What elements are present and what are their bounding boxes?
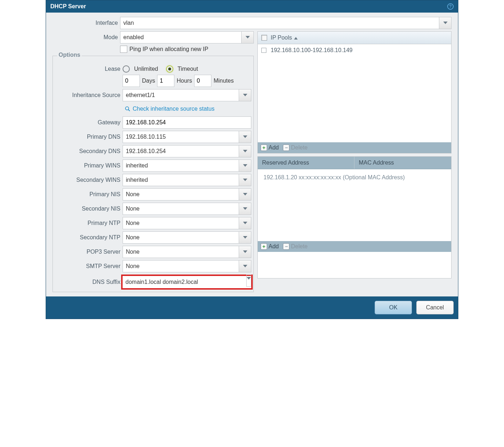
svg-line-4 (128, 110, 130, 111)
gateway-input[interactable] (123, 116, 251, 129)
secondary-ntp-value: None (123, 234, 239, 241)
primary-ntp-combo[interactable]: None (123, 217, 251, 229)
svg-marker-15 (247, 277, 251, 280)
ip-pools-panel: IP Pools 192.168.10.100-192.168.10.149 (257, 31, 452, 153)
mac-address-col[interactable]: MAC Address (354, 157, 451, 169)
secondary-wins-combo[interactable]: inherited (123, 174, 251, 186)
lease-timeout-radio[interactable] (166, 65, 173, 73)
lease-unlimited-radio[interactable] (123, 65, 130, 73)
ip-pool-value: 192.168.10.100-192.168.10.149 (271, 47, 353, 54)
reserved-add-button[interactable]: + Add (261, 243, 279, 250)
pop3-combo[interactable]: None (123, 246, 251, 258)
secondary-wins-label: Secondary WINS (55, 177, 123, 183)
smtp-value: None (123, 263, 239, 269)
primary-nis-combo[interactable]: None (123, 188, 251, 201)
delete-label: Delete (291, 243, 307, 250)
ip-pools-delete-button[interactable]: − Delete (283, 144, 307, 151)
chevron-down-icon[interactable] (241, 32, 253, 43)
ip-pool-row[interactable]: 192.168.10.100-192.168.10.149 (258, 44, 451, 56)
primary-nis-value: None (123, 191, 239, 198)
ping-ip-checkbox[interactable] (120, 46, 127, 53)
chevron-down-icon[interactable] (246, 275, 251, 287)
svg-marker-10 (243, 207, 247, 210)
primary-ntp-label: Primary NTP (55, 220, 123, 226)
options-fieldset: Options Lease Unlimited Timeout (52, 56, 254, 292)
reserved-address-col[interactable]: Reserved Address (258, 157, 354, 169)
ip-pools-body: 192.168.10.100-192.168.10.149 (258, 44, 451, 142)
dns-suffix-combo[interactable]: domain1.local domain2.local (123, 276, 251, 288)
chevron-down-icon[interactable] (239, 131, 251, 143)
chevron-down-icon[interactable] (439, 17, 451, 29)
chevron-down-icon[interactable] (239, 89, 251, 101)
minus-icon: − (283, 243, 289, 250)
check-inheritance-text: Check inheritance source status (133, 106, 215, 112)
inheritance-source-combo[interactable]: ethernet1/1 (123, 89, 251, 101)
plus-icon: + (261, 144, 267, 151)
chevron-down-icon[interactable] (239, 203, 251, 215)
reserved-panel: Reserved Address MAC Address 192.168.1.2… (257, 156, 452, 278)
lease-unlimited-label: Unlimited (134, 66, 158, 72)
reserved-placeholder: 192.168.1.20 xx:xx:xx:xx:xx:xx (Optional… (264, 174, 405, 180)
secondary-dns-label: Secondary DNS (55, 148, 123, 155)
ok-label: OK (389, 304, 397, 311)
chevron-down-icon[interactable] (239, 261, 251, 272)
check-inheritance-link[interactable]: Check inheritance source status (55, 103, 251, 116)
secondary-nis-combo[interactable]: None (123, 203, 251, 215)
sort-ascending-icon (294, 34, 298, 41)
primary-wins-label: Primary WINS (55, 162, 123, 169)
primary-nis-label: Primary NIS (55, 191, 123, 198)
chevron-down-icon[interactable] (239, 160, 251, 171)
chevron-down-icon[interactable] (239, 146, 251, 157)
svg-marker-12 (243, 236, 247, 239)
lease-days-input[interactable] (123, 75, 140, 87)
dns-suffix-highlight: domain1.local domain2.local (121, 275, 253, 290)
secondary-nis-label: Secondary NIS (55, 206, 123, 212)
interface-label: Interface (52, 20, 120, 26)
secondary-dns-value: 192.168.10.254 (123, 148, 239, 155)
ip-pools-header[interactable]: IP Pools (258, 32, 451, 44)
mode-label: Mode (52, 34, 120, 41)
ip-pools-header-checkbox[interactable] (261, 35, 267, 41)
add-label: Add (269, 243, 279, 250)
cancel-label: Cancel (426, 304, 444, 311)
magnifier-icon (125, 106, 130, 112)
chevron-down-icon[interactable] (239, 174, 251, 186)
svg-marker-5 (243, 135, 247, 138)
minus-icon: − (283, 144, 289, 151)
right-column: IP Pools 192.168.10.100-192.168.10.149 (257, 31, 452, 292)
ip-pool-row-checkbox[interactable] (261, 48, 266, 53)
reserved-delete-button[interactable]: − Delete (283, 243, 307, 250)
svg-marker-7 (243, 164, 247, 167)
help-icon[interactable]: ? (447, 3, 454, 10)
chevron-down-icon[interactable] (239, 189, 251, 200)
svg-marker-8 (243, 179, 247, 181)
primary-wins-combo[interactable]: inherited (123, 160, 251, 172)
ok-button[interactable]: OK (375, 301, 412, 314)
primary-dns-combo[interactable]: 192.168.10.115 (123, 131, 251, 143)
mode-combo[interactable]: enabled (120, 31, 254, 43)
secondary-dns-combo[interactable]: 192.168.10.254 (123, 145, 251, 157)
svg-marker-11 (243, 222, 247, 224)
svg-marker-1 (246, 36, 250, 38)
lease-minutes-input[interactable] (194, 75, 211, 87)
svg-marker-2 (243, 94, 247, 96)
minutes-label: Minutes (214, 78, 234, 84)
lease-hours-input[interactable] (157, 75, 174, 87)
delete-label: Delete (291, 144, 307, 151)
chevron-down-icon[interactable] (239, 217, 251, 229)
ping-ip-label: Ping IP when allocating new IP (129, 46, 208, 52)
secondary-wins-value: inherited (123, 177, 239, 183)
cancel-button[interactable]: Cancel (416, 301, 454, 314)
smtp-label: SMTP Server (55, 263, 123, 269)
interface-combo[interactable]: vlan (120, 17, 452, 29)
chevron-down-icon[interactable] (239, 246, 251, 258)
ip-pools-add-button[interactable]: + Add (261, 144, 279, 151)
smtp-combo[interactable]: None (123, 260, 251, 272)
dialog-body: Interface vlan Mode enabled (46, 13, 458, 296)
primary-wins-value: inherited (123, 162, 239, 169)
secondary-ntp-combo[interactable]: None (123, 231, 251, 244)
chevron-down-icon[interactable] (239, 232, 251, 243)
left-column: Mode enabled Ping IP when (52, 31, 254, 292)
primary-dns-value: 192.168.10.115 (123, 134, 239, 140)
ip-pools-title: IP Pools (271, 34, 292, 41)
